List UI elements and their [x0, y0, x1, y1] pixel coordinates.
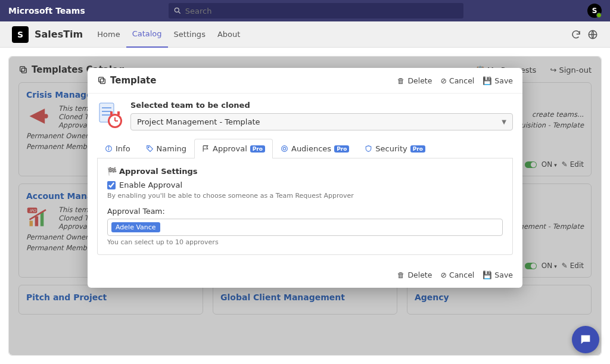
chevron-down-icon: ▼: [502, 119, 506, 125]
nav-settings[interactable]: Settings: [168, 21, 211, 48]
approver-tag[interactable]: Adele Vance: [111, 222, 160, 232]
tab-audiences[interactable]: Audiences Pro: [273, 139, 357, 158]
delete-button[interactable]: 🗑 Delete: [397, 270, 432, 279]
search-input[interactable]: [185, 7, 459, 15]
app-logo: S: [12, 26, 29, 43]
enable-approval-label: Enable Approval: [119, 181, 182, 189]
app-name: SalesTim: [35, 29, 83, 40]
modal-footer: 🗑 Delete ⊘ Cancel 💾 Save: [88, 265, 522, 288]
svg-rect-22: [117, 111, 120, 115]
globe-icon[interactable]: [587, 29, 598, 40]
svg-point-25: [108, 147, 109, 147]
tabs: Info Naming Approval Pro Audiences Pro: [97, 139, 513, 158]
save-button[interactable]: 💾 Save: [483, 270, 513, 279]
enable-approval-checkbox[interactable]: [107, 181, 116, 189]
pro-badge: Pro: [334, 145, 349, 153]
chat-fab[interactable]: [572, 326, 599, 353]
info-icon: [105, 145, 113, 153]
teams-title: Microsoft Teams: [8, 6, 85, 15]
approval-team-help: You can select up to 10 approvers: [107, 238, 503, 246]
nav-catalog[interactable]: Catalog: [126, 21, 168, 48]
search-wrap: [169, 3, 463, 18]
svg-point-26: [148, 147, 149, 148]
svg-rect-12: [99, 77, 104, 82]
save-button[interactable]: 💾 Save: [483, 76, 513, 85]
tab-approval[interactable]: Approval Pro: [194, 139, 273, 158]
approval-panel: 🏁Approval Settings Enable Approval By en…: [97, 158, 513, 255]
team-select[interactable]: Project Management - Template ▼: [130, 113, 513, 130]
clipboard-clock-icon: [97, 101, 123, 130]
copy-icon: [97, 76, 107, 85]
modal-header: Template 🗑 Delete ⊘ Cancel 💾 Save: [88, 68, 522, 94]
pro-badge: Pro: [410, 145, 425, 153]
nav-about[interactable]: About: [211, 21, 246, 48]
delete-button[interactable]: 🗑 Delete: [397, 76, 432, 85]
shield-icon: [365, 145, 372, 153]
chat-icon: [579, 333, 592, 346]
enable-approval-row[interactable]: Enable Approval: [107, 181, 503, 189]
approval-team-label: Approval Team:: [107, 207, 503, 216]
app-header: S SalesTim Home Catalog Settings About: [0, 21, 610, 48]
svg-point-27: [282, 146, 288, 152]
team-select-value: Project Management - Template: [137, 117, 260, 126]
modal-body: Selected team to be cloned Project Manag…: [88, 94, 522, 265]
target-icon: [281, 145, 288, 153]
search-icon: [173, 7, 182, 15]
cancel-button[interactable]: ⊘ Cancel: [440, 76, 474, 85]
enable-approval-help: By enabling you'll be able to choose som…: [107, 192, 503, 200]
teams-header: Microsoft Teams S: [0, 0, 610, 21]
flag-icon: [202, 145, 210, 153]
modal-title: Template: [110, 75, 156, 86]
tab-security[interactable]: Security Pro: [357, 139, 433, 158]
svg-line-1: [178, 12, 180, 14]
app-actions: [571, 29, 598, 40]
nav-home[interactable]: Home: [91, 21, 126, 48]
svg-rect-21: [110, 111, 113, 115]
tab-naming[interactable]: Naming: [138, 139, 194, 158]
cancel-button[interactable]: ⊘ Cancel: [440, 270, 474, 279]
pro-badge: Pro: [250, 145, 265, 153]
selected-team-label: Selected team to be cloned: [130, 101, 513, 110]
approval-team-input[interactable]: Adele Vance: [107, 219, 503, 236]
tab-info[interactable]: Info: [97, 139, 138, 158]
template-modal: Template 🗑 Delete ⊘ Cancel 💾 Save: [88, 68, 522, 288]
tag-icon: [146, 145, 154, 153]
search-box[interactable]: [169, 3, 463, 18]
section-title: 🏁Approval Settings: [107, 167, 503, 176]
svg-point-0: [175, 8, 179, 12]
refresh-icon[interactable]: [571, 29, 581, 40]
svg-point-28: [283, 147, 285, 150]
avatar[interactable]: S: [587, 4, 602, 18]
svg-rect-11: [100, 79, 105, 83]
